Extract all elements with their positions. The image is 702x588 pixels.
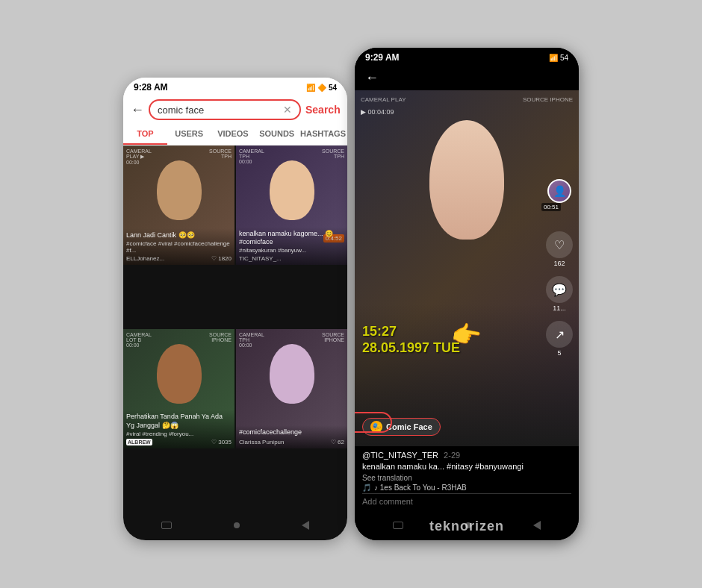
time-posted: 2-29 — [444, 451, 460, 460]
see-translation-link[interactable]: See translation — [362, 474, 571, 482]
right-timer: ▶ 00:04:09 — [361, 108, 394, 116]
tab-videos[interactable]: VIDEOS — [211, 124, 255, 145]
user-row-2: TIC_NITASY_... — [239, 255, 344, 262]
face-silhouette-4 — [270, 344, 314, 404]
watermark: teknorizen — [429, 519, 504, 534]
left-time: 9:28 AM — [134, 82, 168, 93]
video-hashtags-1: #comicface #viral #comicfacechallenge #f… — [126, 240, 232, 254]
comments-count: 11... — [553, 304, 566, 312]
right-nav-rect[interactable] — [393, 522, 403, 529]
video-face — [429, 120, 504, 240]
battery-icon: 54 — [329, 84, 337, 92]
username-1: ELLJohanez... — [126, 255, 164, 262]
video-description: kenalkan namaku ka... #nitasy #banyuwang… — [362, 461, 571, 472]
nav-home-icon[interactable] — [234, 522, 240, 528]
add-comment-row[interactable] — [362, 493, 571, 506]
face-silhouette-3 — [157, 344, 202, 404]
video-grid: CAMERALPLAY ▶00:00 SOURCETPH Lann Jadi C… — [123, 146, 347, 510]
search-bar-row: ← ✕ Search — [123, 96, 347, 124]
phones-container: 9:28 AM 📶 🔶 54 ← ✕ Search TOP — [123, 48, 579, 540]
right-back-arrow-icon[interactable]: ← — [365, 70, 379, 86]
video-username: @TIC_NITASY_TER — [362, 451, 438, 460]
video-hashtags-3: #viral #trending #foryou... — [126, 431, 232, 437]
comic-face-badge-label: Comic Face — [386, 422, 432, 431]
source-label-4: SOURCEIPHONE — [322, 332, 344, 343]
video-full[interactable]: CAMERAL PLAY SOURCE IPHONE ▶ 00:04:09 15… — [355, 90, 579, 446]
phone-right: 9:29 AM 📶 54 ← CAMERAL PLAY — [355, 48, 579, 540]
right-time: 9:29 AM — [365, 52, 400, 63]
share-icon: ↗ — [546, 321, 573, 348]
cameral-label-4: CAMERALTPH00:00 — [239, 332, 264, 348]
tab-top[interactable]: TOP — [123, 124, 167, 145]
video-thumb-4[interactable]: CAMERALTPH00:00 SOURCEIPHONE #comicfacec… — [236, 329, 347, 448]
video-full-bg — [355, 90, 579, 446]
left-status-icons: 📶 🔶 54 — [306, 84, 337, 92]
tabs-row: TOP USERS VIDEOS SOUNDS HASHTAGS — [123, 124, 347, 146]
back-arrow-icon[interactable]: ← — [131, 102, 144, 118]
bottom-panel: @TIC_NITASY_TER 2-29 kenalkan namaku ka.… — [355, 446, 579, 510]
phone-left: 9:28 AM 📶 🔶 54 ← ✕ Search TOP — [123, 78, 347, 540]
music-title: ♪ 1es Back To You - R3HAB — [374, 484, 467, 492]
right-nav-back[interactable] — [533, 521, 541, 530]
comic-face-area: 🎭 Comic Face — [362, 418, 441, 439]
overlay-2: kenalkan namaku kagome... 😊 #comicface #… — [236, 227, 347, 265]
tab-users[interactable]: USERS — [167, 124, 211, 145]
video-title-4: #comicfacechallenge — [239, 428, 344, 437]
face-silhouette-2 — [270, 160, 314, 220]
source-label-2: SOURCETPH — [322, 148, 344, 159]
heart-icon-1: ♡ — [211, 255, 217, 262]
cameral-label-2: CAMERALTPH00:00 — [239, 148, 264, 164]
right-top-bar: ← — [355, 66, 579, 90]
right-sidebar: 👤 00:51 ♡ 162 💬 11... ↗ 5 — [546, 179, 573, 357]
heart-icon-sidebar: ♡ — [546, 231, 573, 258]
left-bottom-nav — [123, 510, 347, 540]
profile-avatar[interactable]: 👤 — [547, 179, 571, 203]
nav-rect-icon[interactable] — [161, 522, 172, 529]
wifi-icon: 🔶 — [317, 84, 326, 92]
video-thumb-2[interactable]: CAMERALTPH00:00 SOURCETPH 0:4:52 kenalka… — [236, 146, 347, 265]
comment-button[interactable]: 💬 11... — [546, 276, 573, 312]
overlay-1: Lann Jadi Cantik 🥺🥺 #comicface #viral #c… — [123, 228, 234, 265]
cameral-label-3: CAMERALLOT B00:00 — [126, 332, 152, 348]
tab-sounds[interactable]: SOUNDS — [255, 124, 299, 145]
overlay-4: #comicfacechallenge Clarissa Punipun ♡ 6… — [236, 425, 347, 448]
video-thumb-1[interactable]: CAMERALPLAY ▶00:00 SOURCETPH Lann Jadi C… — [123, 146, 234, 265]
video-title-3: Perhatikan Tanda Panah Ya Ada Yg Janggal… — [126, 413, 232, 430]
nav-back-icon[interactable] — [302, 521, 309, 530]
right-battery: 54 — [560, 54, 568, 62]
like-button[interactable]: ♡ 162 — [546, 231, 573, 267]
music-row: 🎵 ♪ 1es Back To You - R3HAB — [362, 484, 571, 492]
add-comment-input[interactable] — [362, 497, 571, 506]
username-3: ALBREW — [126, 439, 152, 445]
video-title-2: kenalkan namaku kagome... 😊 #comicface — [239, 230, 344, 247]
user-row-3: ALBREW ♡ 3035 — [126, 439, 232, 445]
video-thumb-3[interactable]: CAMERALLOT B00:00 SOURCEIPHONE Perhatika… — [123, 329, 234, 448]
overlay-3: Perhatikan Tanda Panah Ya Ada Yg Janggal… — [123, 410, 234, 448]
signal-icon: 📶 — [306, 84, 315, 92]
likes-3: ♡ 3035 — [211, 439, 232, 445]
likes-1: ♡ 1820 — [211, 255, 232, 262]
face-silhouette-1 — [157, 160, 202, 220]
video-title-1: Lann Jadi Cantik 🥺🥺 — [126, 231, 232, 240]
search-input-wrapper[interactable]: ✕ — [149, 99, 301, 120]
right-status-bar: 9:29 AM 📶 54 — [355, 48, 579, 66]
share-button[interactable]: ↗ 5 — [546, 321, 573, 357]
right-source-label: SOURCE IPHONE — [523, 96, 573, 103]
likes-4: ♡ 62 — [331, 439, 344, 445]
music-icon: 🎵 — [362, 484, 371, 492]
video-hashtags-2: #nitasyakuran #banyuw... — [239, 247, 344, 254]
left-status-bar: 9:28 AM 📶 🔶 54 — [123, 78, 347, 96]
duration-badge: 00:51 — [541, 203, 561, 211]
search-button[interactable]: Search — [305, 104, 341, 116]
source-label-1: SOURCETPH — [209, 148, 232, 159]
search-input[interactable] — [158, 104, 283, 116]
heart-icon-4: ♡ — [331, 439, 336, 445]
clear-icon[interactable]: ✕ — [283, 104, 292, 116]
tab-hashtags[interactable]: HASHTAGS — [299, 124, 347, 145]
comic-face-badge[interactable]: 🎭 Comic Face — [362, 418, 441, 436]
right-cameral-label: CAMERAL PLAY — [361, 96, 406, 103]
username-4: Clarissa Punipun — [239, 439, 284, 445]
likes-count: 162 — [553, 260, 565, 267]
cameral-label-1: CAMERALPLAY ▶00:00 — [126, 148, 152, 165]
user-info-row: @TIC_NITASY_TER 2-29 — [362, 451, 571, 460]
